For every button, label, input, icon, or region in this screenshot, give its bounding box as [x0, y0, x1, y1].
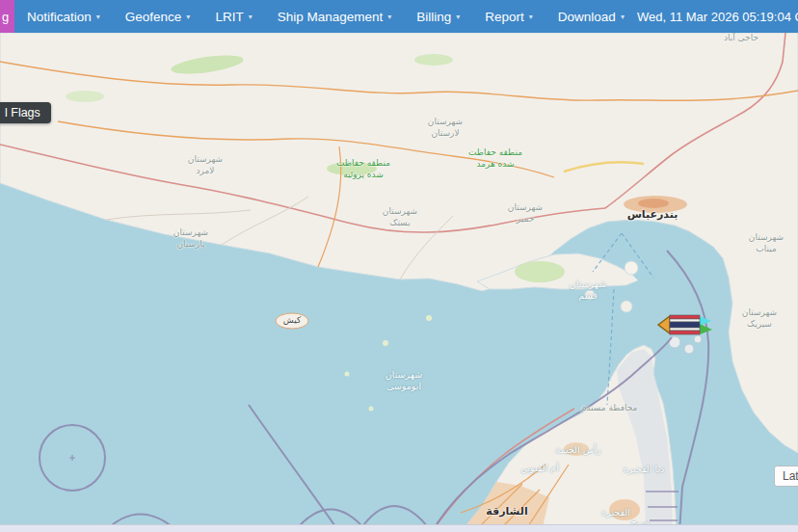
rak-urban — [564, 442, 589, 456]
top-navbar: g Notification▾Geofence▾LRIT▾Ship Manage… — [0, 0, 798, 33]
chevron-down-icon: ▾ — [529, 13, 533, 21]
fujairah-urban — [609, 499, 640, 520]
nav-item-report[interactable]: Report▾ — [472, 0, 545, 33]
nav-menu: Notification▾Geofence▾LRIT▾Ship Manageme… — [14, 0, 637, 33]
larak-island — [621, 301, 632, 312]
green-area-protected — [327, 162, 377, 175]
musandam-islet — [694, 335, 702, 343]
nav-item-ship-management[interactable]: Ship Management▾ — [265, 0, 405, 33]
nav-item-notification[interactable]: Notification▾ — [14, 0, 113, 33]
bandar-abbas-urban-core — [638, 199, 669, 208]
map-canvas[interactable]: حاجی آبادشهرستان لامردشهرستان لارستانمنط… — [0, 33, 798, 532]
green-area — [414, 54, 453, 66]
nav-item-geofence[interactable]: Geofence▾ — [113, 0, 203, 33]
hormuz-island — [625, 261, 638, 275]
sea-islet — [369, 407, 374, 412]
nav-item-lrit[interactable]: LRIT▾ — [202, 0, 264, 33]
vessel-tracking-app: { "colors": { "nav_bg": "#3e87c8", "pink… — [0, 0, 798, 532]
nav-item-download[interactable]: Download▾ — [545, 0, 637, 33]
chevron-down-icon: ▾ — [96, 13, 100, 21]
latitude-readout: Lat: 2 — [774, 466, 798, 487]
chevron-down-icon: ▾ — [456, 13, 460, 21]
sea-islet — [345, 372, 350, 377]
sea-islet — [383, 340, 388, 346]
chevron-down-icon: ▾ — [387, 13, 391, 21]
qeshm-green-area — [515, 261, 565, 282]
chevron-down-icon: ▾ — [186, 13, 190, 21]
nav-item-billing[interactable]: Billing▾ — [404, 0, 472, 33]
datetime-display: Wed, 11 Mar 2026 05:19:04 GM — [637, 10, 798, 24]
basemap — [0, 33, 798, 532]
kish-island — [276, 313, 308, 329]
musandam-islet — [684, 344, 694, 354]
green-area — [66, 91, 104, 102]
hengam-island — [585, 290, 595, 300]
chevron-down-icon: ▾ — [249, 13, 253, 21]
chevron-down-icon: ▾ — [621, 13, 625, 21]
sea-islet — [426, 315, 432, 321]
bottom-edge-strip — [0, 524, 798, 532]
flags-filter-tooltip[interactable]: l Flags — [0, 102, 51, 123]
brand-stub[interactable]: g — [0, 0, 14, 33]
vessel-marker[interactable] — [657, 313, 713, 336]
